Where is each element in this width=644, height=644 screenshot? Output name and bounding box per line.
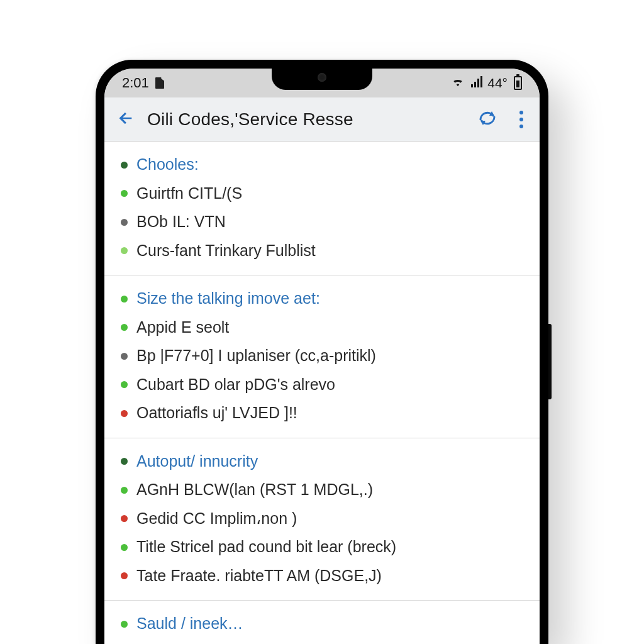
list-group: Size the talking imove aet:Appid E seolt… — [104, 275, 540, 438]
status-dot-icon — [121, 219, 128, 226]
list-item[interactable]: Title Stricel pad cound bit lear (breck) — [104, 533, 540, 562]
status-dot-icon — [121, 572, 128, 579]
group-header[interactable]: Sauld / ineek… — [104, 609, 540, 638]
status-bar-right: 44° — [451, 75, 522, 91]
group-header-label: Chooles: — [136, 153, 523, 177]
battery-icon — [514, 76, 522, 90]
phone-frame: 2:01 44° Oil — [96, 60, 548, 644]
list-item[interactable]: Gedid CC Implim،non ) — [104, 504, 540, 533]
list-item[interactable]: Curs-fant Trinkary Fulblist — [104, 236, 540, 265]
list-item-label: Curs-fant Trinkary Fulblist — [136, 239, 523, 263]
list-item[interactable]: Cubart BD olar pDG's alrevo — [104, 370, 540, 399]
group-header[interactable]: Size the talking imove aet: — [104, 284, 540, 313]
list-item-label: Title Stricel pad cound bit lear (breck) — [136, 535, 523, 559]
list-item[interactable]: BOb IL: VTN — [104, 208, 540, 236]
status-dot-icon — [121, 353, 128, 360]
group-header[interactable]: Chooles: — [104, 150, 540, 179]
list-group: Chooles:Guirtfn CITL/(SBOb IL: VTNCurs-f… — [104, 142, 540, 275]
sim-icon — [155, 77, 164, 89]
status-dot-icon — [121, 487, 128, 494]
page-title: Oili Codes,'Service Resse — [147, 109, 460, 130]
status-dot-icon — [121, 515, 128, 522]
list-item-label: Gedid CC Implim،non ) — [136, 507, 523, 531]
battery-text: 44° — [487, 75, 508, 91]
screen: 2:01 44° Oil — [104, 69, 540, 644]
status-dot-icon — [121, 190, 128, 197]
list-group: Sauld / ineek…MTI-Flal LGrkit [:VAPzADnf… — [104, 601, 540, 644]
status-dot-icon — [121, 296, 128, 303]
group-header[interactable]: Autoput/ innucrity — [104, 447, 540, 476]
list-item-label: Bp |F77+0] I uplaniser (cc,a-pritikl) — [136, 344, 523, 368]
list-item[interactable]: Tate Fraate. riabteTT AM (DSGE,J) — [104, 562, 540, 591]
list-group: Autoput/ innucrityAGnH BLCW(lan (RST 1 M… — [104, 438, 540, 601]
list-item[interactable]: Guirtfn CITL/(S — [104, 179, 540, 208]
status-dot-icon — [121, 621, 128, 628]
list-item[interactable]: AGnH BLCW(lan (RST 1 MDGL,.) — [104, 475, 540, 504]
status-dot-icon — [121, 247, 128, 254]
power-button — [548, 324, 552, 399]
status-dot-icon — [121, 458, 128, 465]
status-bar-left: 2:01 — [122, 75, 164, 91]
signal-icon — [470, 75, 482, 91]
list-item-label: Oattoriafls uj' LVJED ]!! — [136, 401, 523, 425]
status-time: 2:01 — [122, 75, 149, 91]
list-item-label: Tate Fraate. riabteTT AM (DSGE,J) — [136, 564, 523, 588]
list-item-label: BOb IL: VTN — [136, 210, 523, 234]
more-button[interactable] — [514, 107, 528, 132]
list-item[interactable]: MTI-Flal LGrkit [:VAPz — [104, 638, 540, 645]
front-camera — [318, 73, 326, 82]
group-header-label: Autoput/ innucrity — [136, 450, 523, 474]
wifi-icon — [451, 75, 465, 91]
list-item-label: MTI-Flal LGrkit [:VAPz — [136, 641, 523, 645]
app-bar: Oili Codes,'Service Resse — [104, 97, 540, 142]
sync-button[interactable] — [469, 108, 506, 131]
list-item[interactable]: Oattoriafls uj' LVJED ]!! — [104, 399, 540, 428]
back-button[interactable] — [113, 106, 138, 133]
group-header-label: Sauld / ineek… — [136, 612, 523, 636]
status-dot-icon — [121, 324, 128, 331]
status-dot-icon — [121, 162, 128, 169]
status-dot-icon — [121, 410, 128, 417]
group-header-label: Size the talking imove aet: — [136, 287, 523, 311]
list-item-label: Appid E seolt — [136, 316, 523, 340]
status-dot-icon — [121, 381, 128, 388]
status-dot-icon — [121, 544, 128, 551]
list-item-label: Guirtfn CITL/(S — [136, 182, 523, 206]
list-item[interactable]: Bp |F77+0] I uplaniser (cc,a-pritikl) — [104, 341, 540, 370]
list-item-label: Cubart BD olar pDG's alrevo — [136, 373, 523, 397]
list-item[interactable]: Appid E seolt — [104, 313, 540, 342]
list-item-label: AGnH BLCW(lan (RST 1 MDGL,.) — [136, 478, 523, 502]
content-list[interactable]: Chooles:Guirtfn CITL/(SBOb IL: VTNCurs-f… — [104, 142, 540, 644]
notch — [272, 69, 372, 90]
